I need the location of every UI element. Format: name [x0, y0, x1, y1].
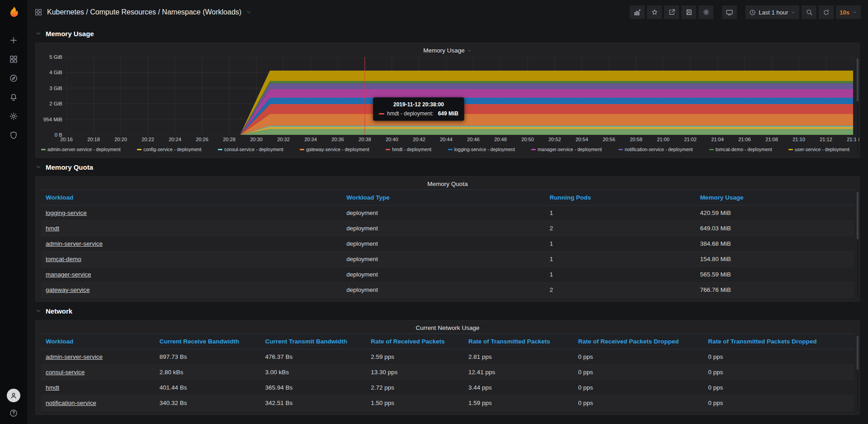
legend-series-color — [386, 149, 390, 150]
sidebar-nav — [0, 31, 27, 145]
x-axis: 20:1620:1820:2020:2220:2420:2620:2820:30… — [66, 135, 853, 144]
panel-title-text: Memory Quota — [427, 181, 467, 187]
legend-item[interactable]: gateway-service - deployment — [300, 147, 369, 152]
panel-title-menu[interactable]: Memory Usage — [36, 43, 859, 56]
memory-usage-panel: Memory Usage 5 GiB4 GiB3 GiB2 GiB954 MiB… — [35, 43, 860, 158]
column-header[interactable]: Rate of Received Packets — [366, 334, 464, 349]
legend-series-color — [709, 149, 714, 150]
x-axis-label: 21:10 — [793, 137, 805, 142]
panel-title-menu[interactable]: Current Network Usage — [36, 320, 859, 333]
sidebar-item-dashboards[interactable] — [0, 50, 27, 69]
save-icon — [685, 9, 693, 16]
workload-link[interactable]: notification-service — [46, 400, 96, 406]
table-cell: deployment — [342, 221, 545, 236]
grafana-logo[interactable] — [0, 0, 27, 24]
legend-item[interactable]: user-service - deployment — [788, 147, 849, 152]
column-header[interactable]: Current Receive Bandwidth — [155, 334, 261, 349]
column-header[interactable]: Rate of Transmitted Packets Dropped — [703, 334, 854, 349]
panel-scrollbar[interactable] — [857, 336, 859, 411]
sidebar-item-create[interactable] — [0, 31, 27, 50]
x-axis-label: 20:42 — [413, 137, 425, 142]
sidebar-item-alerting[interactable] — [0, 88, 27, 107]
workload-link[interactable]: hmdt — [46, 384, 59, 391]
x-axis-label: 20:56 — [603, 137, 615, 142]
add-panel-button[interactable] — [630, 5, 645, 19]
table-cell: 0 pps — [703, 365, 854, 380]
workload-link[interactable]: admin-server-service — [46, 240, 103, 247]
x-axis-label: 20:16 — [60, 137, 73, 142]
x-axis-label: 20:44 — [440, 137, 453, 142]
x-axis-label: 21:12 — [820, 137, 832, 142]
chevron-down-icon — [35, 308, 42, 314]
save-dashboard-button[interactable] — [681, 5, 696, 19]
shield-icon — [9, 131, 18, 140]
panel-title-menu[interactable]: Memory Quota — [36, 176, 859, 190]
refresh-button[interactable] — [819, 5, 834, 19]
table-cell: 3.00 kBs — [260, 365, 366, 380]
dashboard-content: Memory Usage Memory Usage 5 GiB4 GiB3 Gi… — [27, 24, 868, 415]
legend-item[interactable]: logging-service - deployment — [448, 147, 515, 152]
table-cell: 154.80 MiB — [695, 252, 854, 267]
table-cell: 420.59 MiB — [695, 205, 854, 221]
sidebar-item-server-admin[interactable] — [0, 126, 27, 145]
column-header[interactable]: Workload — [41, 334, 155, 349]
x-axis-label: 21:02 — [684, 137, 697, 142]
sidebar-item-explore[interactable] — [0, 69, 27, 88]
cycle-view-mode-button[interactable] — [722, 5, 737, 19]
dashboard-settings-button[interactable] — [698, 5, 713, 19]
table-row: gateway-servicedeployment2766.76 MiB — [41, 282, 854, 298]
zoom-out-time-button[interactable] — [802, 5, 816, 19]
x-axis-label: 20:22 — [142, 137, 154, 142]
table-cell: 365.94 Bs — [260, 380, 366, 395]
legend-item[interactable]: manager-service - deployment — [531, 147, 602, 152]
panel-scrollbar[interactable] — [857, 58, 859, 154]
legend-item[interactable]: hmdt - deployment — [386, 147, 431, 152]
legend-item[interactable]: consul-service - deployment — [218, 147, 283, 152]
table-row: hmdt401.44 Bs365.94 Bs2.72 pps3.44 pps0 … — [41, 380, 854, 395]
workload-link[interactable]: gateway-service — [46, 286, 90, 293]
memory-usage-chart[interactable] — [66, 57, 853, 135]
legend-item[interactable]: notification-service - deployment — [618, 147, 693, 152]
legend-series-label: config-service - deployment — [143, 147, 201, 152]
user-avatar[interactable] — [7, 389, 20, 402]
column-header[interactable]: Workload Type — [342, 190, 545, 205]
row-toggle-memory-quota[interactable]: Memory Quota — [35, 158, 860, 176]
table-cell: deployment — [342, 282, 545, 298]
legend-series-label: notification-service - deployment — [625, 147, 693, 152]
column-header[interactable]: Rate of Received Packets Dropped — [574, 334, 704, 349]
share-dashboard-button[interactable] — [664, 5, 679, 19]
sidebar-item-configuration[interactable] — [0, 107, 27, 126]
workload-cell: notification-service — [41, 395, 155, 411]
x-axis-label: 20:28 — [223, 137, 236, 142]
legend-series-color — [531, 149, 536, 150]
legend-item[interactable]: admin-server-service - deployment — [41, 147, 121, 152]
star-dashboard-button[interactable] — [647, 5, 662, 19]
time-range-picker[interactable]: Last 1 hour — [745, 5, 799, 19]
workload-link[interactable]: logging-service — [46, 210, 87, 216]
workload-link[interactable]: hmdt — [46, 225, 59, 232]
workload-link[interactable]: admin-server-service — [46, 353, 103, 360]
table-cell: 0 pps — [703, 349, 854, 365]
column-header[interactable]: Memory Usage — [695, 190, 854, 205]
column-header[interactable]: Workload — [41, 190, 342, 205]
refresh-interval-picker[interactable]: 10s — [836, 5, 861, 19]
legend-item[interactable]: config-service - deployment — [137, 147, 201, 152]
sidebar-item-help[interactable] — [7, 409, 20, 418]
workload-link[interactable]: consul-service — [46, 369, 85, 376]
table-row: manager-servicedeployment1565.59 MiB — [41, 267, 854, 282]
column-header[interactable]: Current Transmit Bandwidth — [260, 334, 366, 349]
legend-item[interactable]: tomcat-demo - deployment — [709, 147, 772, 152]
table-container: WorkloadCurrent Receive BandwidthCurrent… — [36, 333, 859, 414]
column-header[interactable]: Rate of Transmitted Packets — [464, 334, 574, 349]
sidebar — [0, 0, 27, 424]
row-toggle-memory-usage[interactable]: Memory Usage — [35, 24, 860, 43]
workload-link[interactable]: tomcat-demo — [46, 256, 81, 262]
panel-scrollbar[interactable] — [857, 192, 859, 298]
column-header[interactable]: Running Pods — [545, 190, 696, 205]
row-toggle-network[interactable]: Network — [35, 302, 860, 320]
table-row: hmdtdeployment2649.03 MiB — [41, 221, 854, 236]
workload-link[interactable]: manager-service — [46, 271, 91, 278]
table-cell: 0 pps — [703, 395, 854, 411]
dashboard-title-dropdown[interactable]: Kubernetes / Compute Resources / Namespa… — [34, 8, 251, 16]
x-axis-label: 20:48 — [494, 137, 507, 142]
